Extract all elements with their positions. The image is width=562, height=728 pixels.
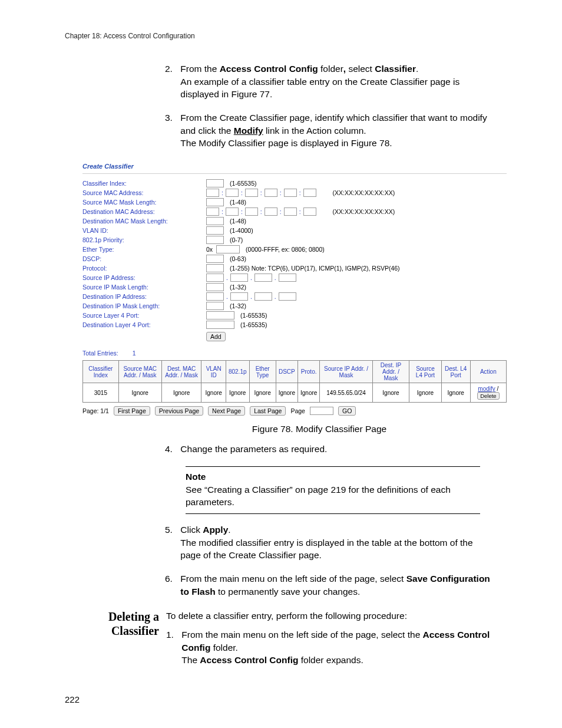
td-index: 3015	[83, 383, 119, 403]
classifier-index-input[interactable]	[206, 179, 224, 187]
classifier-index-helper: (1-65535)	[230, 179, 257, 187]
dst-ip-input-2[interactable]	[230, 292, 248, 301]
src-mac-input-2[interactable]	[226, 189, 239, 197]
dst-ip-label: Destination IP Address:	[82, 292, 206, 301]
src-l4-input[interactable]	[206, 311, 234, 319]
add-button[interactable]: Add	[206, 332, 226, 341]
protocol-input[interactable]	[206, 264, 224, 272]
src-mac-label: Source MAC Address:	[82, 189, 206, 197]
deleting-body: To delete a classifier entry, perform th…	[166, 610, 503, 667]
src-ip-mask-input[interactable]	[206, 283, 224, 291]
pager: Page: 1/1 First Page Previous Page Next …	[82, 406, 507, 416]
go-button[interactable]: GO	[338, 406, 356, 416]
del-step1-body: From the main menu on the left side of t…	[181, 628, 500, 667]
src-mac-helper: (XX:XX:XX:XX:XX:XX)	[333, 189, 395, 197]
priority-helper: (0-7)	[230, 236, 243, 244]
priority-input[interactable]	[206, 236, 224, 244]
td-dst-l4: Ignore	[441, 383, 470, 403]
dst-mac-mask-input[interactable]	[206, 217, 224, 225]
dst-ip-mask-input[interactable]	[206, 302, 224, 310]
step-3-body: From the Create Classifier page, identif…	[180, 111, 495, 150]
dst-mac-input-2[interactable]	[226, 207, 239, 216]
src-mac-mask-input[interactable]	[206, 198, 224, 206]
td-ether: Ignore	[249, 383, 276, 403]
del-step1-l2b: folder expands.	[298, 655, 363, 665]
next-page-button[interactable]: Next Page	[208, 406, 245, 416]
step-6-tb: to permanently save your changes.	[216, 587, 361, 597]
deleting-heading: Deleting a Classifier	[65, 610, 166, 638]
src-mac-input-3[interactable]	[245, 189, 258, 197]
dscp-helper: (0-63)	[230, 255, 246, 263]
th-src-l4: Source L4 Port	[409, 361, 441, 383]
step-3: 3. From the Create Classifier page, iden…	[165, 111, 503, 150]
dst-ip-input-3[interactable]	[254, 292, 272, 301]
step-2-bold2: Classifier	[375, 64, 416, 74]
ether-type-input[interactable]	[216, 245, 240, 253]
step-6-num: 6.	[165, 572, 178, 585]
step-2-after: .	[416, 64, 418, 74]
step-3-num: 3.	[165, 111, 178, 124]
vlan-id-input[interactable]	[206, 226, 224, 235]
src-mac-input-5[interactable]	[284, 189, 297, 197]
step-4-num: 4.	[165, 443, 178, 456]
dst-mac-input-4[interactable]	[265, 207, 277, 216]
td-proto: Ignore	[297, 383, 319, 403]
th-index: Classifier Index	[83, 361, 119, 383]
src-ip-input-4[interactable]	[279, 274, 296, 282]
page-input[interactable]	[310, 407, 333, 415]
classifier-table: Classifier Index Source MAC Addr. / Mask…	[82, 360, 507, 403]
dst-ip-input-1[interactable]	[206, 292, 224, 301]
th-vlan: VLAN ID	[201, 361, 226, 383]
page-label: Page: 1/1	[82, 407, 109, 414]
src-ip-input-3[interactable]	[254, 274, 272, 282]
previous-page-button[interactable]: Previous Page	[155, 406, 203, 416]
th-dst-ip: Dest. IP Addr. / Mask	[372, 361, 409, 383]
panel-title: Create Classifier	[82, 160, 507, 174]
dst-ip-input-4[interactable]	[279, 292, 296, 301]
vlan-id-helper: (1-4000)	[230, 226, 253, 235]
src-l4-helper: (1-65535)	[240, 311, 267, 319]
dst-mac-input-3[interactable]	[245, 207, 258, 216]
th-proto: Proto.	[297, 361, 319, 383]
deleting-section: Deleting a Classifier To delete a classi…	[65, 610, 503, 667]
step-5-tb: .	[228, 525, 230, 535]
step-3-line2: The Modify Classifier page is displayed …	[180, 138, 392, 148]
total-entries-label: Total Entries:	[82, 350, 118, 357]
step-5-line2: The modified classifier entry is display…	[180, 538, 472, 561]
src-mac-input-6[interactable]	[303, 189, 316, 197]
last-page-button[interactable]: Last Page	[250, 406, 286, 416]
first-page-button[interactable]: First Page	[114, 406, 150, 416]
src-mac-input-4[interactable]	[265, 189, 277, 197]
src-l4-label: Source Layer 4 Port:	[82, 311, 206, 319]
step-2-mid1: folder	[318, 64, 343, 74]
dst-mac-mask-helper: (1-48)	[230, 217, 246, 225]
dst-mac-input-6[interactable]	[303, 207, 316, 216]
src-ip-input-2[interactable]	[230, 274, 248, 282]
delete-button[interactable]: Delete	[477, 392, 499, 400]
step-2-bold1: Access Control Config	[220, 64, 318, 74]
src-ip-input-1[interactable]	[206, 274, 224, 282]
priority-label: 802.1p Priority:	[82, 236, 206, 244]
th-src-ip: Source IP Addr. / Mask	[320, 361, 372, 383]
ether-type-label: Ether Type:	[82, 245, 206, 253]
dscp-input[interactable]	[206, 255, 224, 263]
td-src-ip: 149.55.65.0/24	[320, 383, 372, 403]
th-8021p: 802.1p	[226, 361, 249, 383]
src-mac-input-1[interactable]	[206, 189, 219, 197]
step-2-body: From the Access Control Config folder, s…	[180, 62, 495, 101]
modify-link[interactable]: modify	[478, 386, 495, 392]
dst-mac-mask-label: Destination MAC Mask Length:	[82, 217, 206, 225]
td-dscp: Ignore	[276, 383, 297, 403]
note-title: Note	[186, 470, 480, 483]
th-dscp: DSCP	[276, 361, 297, 383]
dst-mac-input-5[interactable]	[284, 207, 297, 216]
table-row: 3015 Ignore Ignore Ignore Ignore Ignore …	[83, 383, 507, 403]
step-6: 6. From the main menu on the left side o…	[165, 572, 503, 598]
td-dst-ip: Ignore	[372, 383, 409, 403]
del-step1-b2: Access Control Config	[200, 655, 298, 665]
th-dst-l4: Dest. L4 Port	[441, 361, 470, 383]
td-src-l4: Ignore	[409, 383, 441, 403]
dst-mac-input-1[interactable]	[206, 207, 219, 216]
classifier-index-label: Classifier Index:	[82, 179, 206, 187]
dst-l4-input[interactable]	[206, 321, 234, 329]
